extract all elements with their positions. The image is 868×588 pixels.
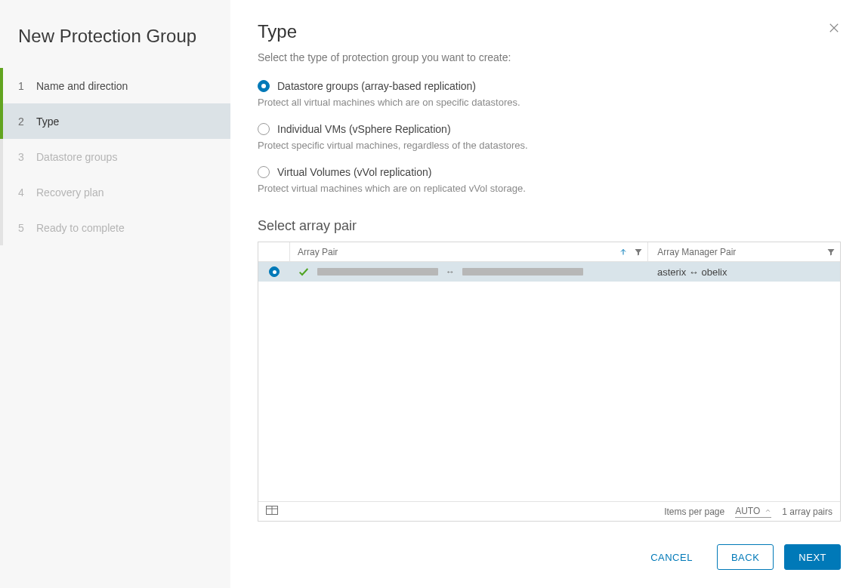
type-options: Datastore groups (array-based replicatio… [258,80,841,194]
items-per-page-label: Items per page [664,506,724,517]
step-label: Type [36,115,59,128]
close-icon[interactable] [827,21,841,38]
step-label: Recovery plan [36,186,104,199]
column-chooser-icon[interactable] [266,506,278,517]
radio-icon[interactable] [258,80,270,92]
option-individual-vms[interactable]: Individual VMs (vSphere Replication) Pro… [258,123,841,151]
step-number: 5 [18,222,36,234]
items-per-page-value: AUTO [735,506,760,516]
status-ok-icon [298,266,310,278]
option-desc: Protect virtual machines which are on re… [258,183,841,194]
items-per-page-select[interactable]: AUTO [735,506,771,518]
redacted-text [317,268,438,276]
radio-icon[interactable] [258,123,270,135]
option-label: Individual VMs (vSphere Replication) [277,123,451,135]
col-header-label: Array Pair [298,247,338,257]
step-ready-to-complete: 5 Ready to complete [0,210,230,245]
col-array-pair[interactable]: Array Pair [290,242,648,261]
back-button[interactable]: Back [717,544,774,570]
array-pair-row[interactable]: ↔ asterix ↔ obelix [258,262,840,282]
grid-header: Array Pair Array Manager Pair [258,242,840,262]
page-subtitle: Select the type of protection group you … [258,51,841,63]
swap-icon: ↔ [446,266,455,277]
option-label: Virtual Volumes (vVol replication) [277,166,431,178]
sort-asc-icon[interactable] [619,248,628,257]
cancel-button[interactable]: Cancel [637,544,706,570]
grid-body: ↔ asterix ↔ obelix [258,262,840,501]
step-number: 1 [18,80,36,92]
grid-footer: Items per page AUTO 1 array pairs [258,501,840,521]
col-array-manager-pair[interactable]: Array Manager Pair [648,242,840,261]
radio-icon[interactable] [258,166,270,178]
wizard-buttons: Cancel Back Next [258,522,841,570]
option-desc: Protect all virtual machines which are o… [258,97,841,108]
option-datastore-groups[interactable]: Datastore groups (array-based replicatio… [258,80,841,108]
wizard-title: New Protection Group [0,18,230,68]
step-label: Datastore groups [36,151,117,163]
chevron-up-icon [765,507,771,514]
wizard-main: Type Select the type of protection group… [230,0,868,588]
step-datastore-groups: 3 Datastore groups [0,139,230,174]
filter-icon[interactable] [634,248,643,257]
step-number: 3 [18,151,36,163]
row-radio-icon[interactable] [269,266,280,277]
col-header-label: Array Manager Pair [657,247,736,257]
select-array-pair-title: Select array pair [258,218,841,234]
option-desc: Protect specific virtual machines, regar… [258,140,841,151]
filter-icon[interactable] [826,248,836,257]
wizard-sidebar: New Protection Group 1 Name and directio… [0,0,230,588]
step-label: Ready to complete [36,222,125,234]
step-recovery-plan: 4 Recovery plan [0,174,230,210]
row-count-label: 1 array pairs [782,506,832,517]
option-virtual-volumes[interactable]: Virtual Volumes (vVol replication) Prote… [258,166,841,194]
step-label: Name and direction [36,80,128,92]
step-number: 4 [18,186,36,199]
step-type[interactable]: 2 Type [0,103,230,139]
wizard-step-list: 1 Name and direction 2 Type 3 Datastore … [0,68,230,245]
next-button[interactable]: Next [784,544,841,570]
option-label: Datastore groups (array-based replicatio… [277,80,476,92]
array-pair-grid: Array Pair Array Manager Pair [258,242,841,522]
page-title: Type [258,21,841,42]
array-manager-pair-value: asterix ↔ obelix [657,266,727,278]
step-name-and-direction[interactable]: 1 Name and direction [0,68,230,103]
redacted-text [462,268,583,276]
col-select [258,242,290,261]
step-number: 2 [18,115,36,128]
